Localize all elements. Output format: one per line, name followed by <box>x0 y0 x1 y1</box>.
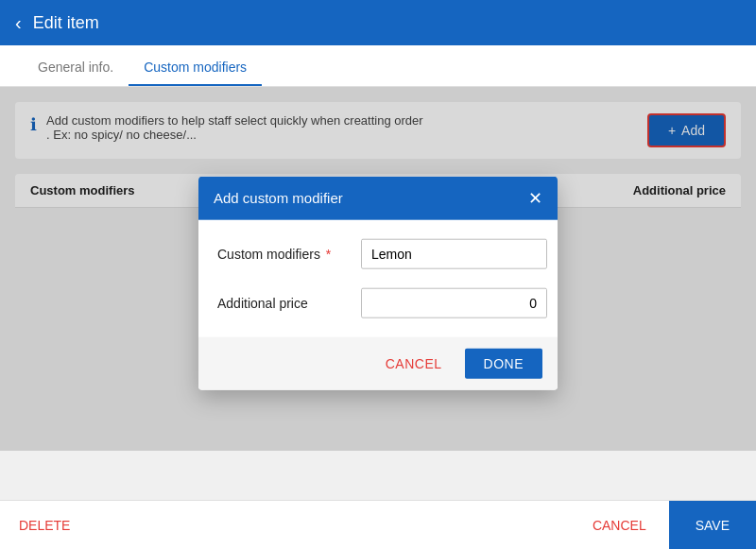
required-star: * <box>326 246 331 261</box>
modal-cancel-button[interactable]: CANCEL <box>370 348 457 378</box>
tabs-row: General info. Custom modifiers <box>0 45 756 87</box>
price-input[interactable] <box>361 287 547 317</box>
form-row-price: Additional price <box>217 287 539 317</box>
modifier-label: Custom modifiers * <box>217 246 350 261</box>
cancel-button[interactable]: CANCEL <box>570 506 669 544</box>
modal-add-custom-modifier: Add custom modifier ✕ Custom modifiers *… <box>198 176 558 389</box>
save-button[interactable]: SAVE <box>669 501 756 550</box>
modal-body: Custom modifiers * Additional price <box>198 219 558 317</box>
modal-title: Add custom modifier <box>214 190 343 206</box>
delete-button[interactable]: DELETE <box>0 506 89 544</box>
back-icon[interactable]: ‹ <box>15 12 22 34</box>
page-title: Edit item <box>33 13 99 33</box>
modal-header: Add custom modifier ✕ <box>198 176 558 219</box>
form-row-modifier: Custom modifiers * <box>217 238 539 268</box>
tab-general-info[interactable]: General info. <box>23 50 129 86</box>
tab-custom-modifiers[interactable]: Custom modifiers <box>129 50 262 86</box>
bottom-right-actions: CANCEL SAVE <box>570 501 756 550</box>
header-bar: ‹ Edit item <box>0 0 756 45</box>
modal-done-button[interactable]: DONE <box>465 348 542 378</box>
bottom-bar: DELETE CANCEL SAVE <box>0 500 756 549</box>
modal-footer: CANCEL DONE <box>198 336 558 389</box>
price-label: Additional price <box>217 295 350 310</box>
close-icon[interactable]: ✕ <box>528 189 542 206</box>
content-area: ℹ Add custom modifiers to help staff sel… <box>0 87 756 500</box>
modifier-input[interactable] <box>361 238 547 268</box>
